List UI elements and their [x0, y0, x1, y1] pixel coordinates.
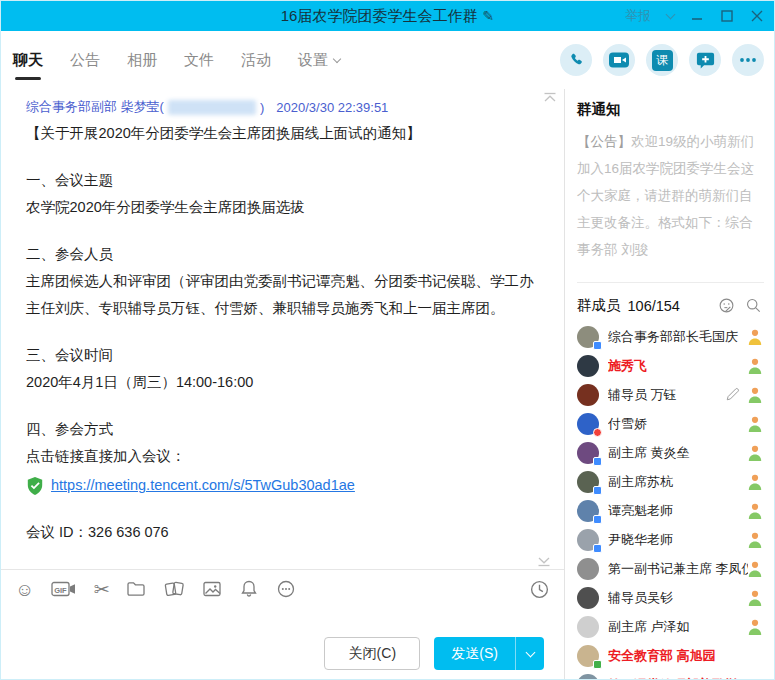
- more-tools-icon[interactable]: [276, 579, 296, 599]
- composer-footer: 关闭(C) 发送(S): [1, 634, 564, 680]
- group-notice-section[interactable]: 群通知 【公告】欢迎19级的小萌新们加入16届农学院团委学生会这个大家庭，请进群…: [577, 100, 764, 283]
- class-course-button[interactable]: 课: [646, 44, 678, 76]
- member-row[interactable]: 综合事务部部长毛国庆: [577, 322, 764, 351]
- member-row[interactable]: 辅导员 万钰: [577, 380, 764, 409]
- video-call-button[interactable]: [603, 44, 635, 76]
- send-chevron-down-icon: [525, 647, 535, 657]
- member-list: 综合事务部部长毛国庆 施秀飞 辅导员 万钰: [577, 322, 764, 680]
- voice-call-button[interactable]: [560, 44, 592, 76]
- mute-members-icon[interactable]: [718, 297, 735, 314]
- member-name: 副主席苏杭: [608, 473, 748, 491]
- member-row[interactable]: 辅导员吴钐: [577, 583, 764, 612]
- report-button[interactable]: 举报: [625, 7, 651, 25]
- member-avatar: [577, 471, 599, 493]
- member-level-person-icon: [748, 590, 762, 606]
- member-row[interactable]: 付雪娇: [577, 409, 764, 438]
- minimize-icon: [691, 10, 703, 22]
- member-row[interactable]: 副主席 黄炎垒: [577, 438, 764, 467]
- member-name: 副主席 卢泽如: [608, 618, 748, 636]
- member-avatar: [577, 355, 599, 377]
- send-options-button[interactable]: [515, 637, 544, 670]
- qq-group-chat-window: 16届农学院团委学生会工作群 ✎ 举报 聊天 公告 相册 文件 活动 设置: [0, 0, 775, 680]
- maximize-button[interactable]: [720, 6, 734, 26]
- member-name: 谭亮魁老师: [608, 502, 748, 520]
- scroll-to-top-button[interactable]: [542, 92, 558, 103]
- tab-activity[interactable]: 活动: [241, 31, 271, 89]
- status-badge: [593, 515, 602, 524]
- member-row[interactable]: 尹晓华老师: [577, 525, 764, 554]
- tab-settings-label: 设置: [298, 51, 328, 70]
- status-badge: [593, 341, 602, 350]
- member-name: 尹晓华老师: [608, 531, 748, 549]
- member-avatar: [577, 326, 599, 348]
- message-line: 四、参会方式: [26, 416, 538, 443]
- member-avatar: [577, 529, 599, 551]
- gif-icon[interactable]: GIF: [51, 580, 76, 598]
- member-name: 第一副书记兼主席 李凤仪: [608, 560, 748, 578]
- video-camera-icon: [608, 49, 630, 71]
- tab-bar: 聊天 公告 相册 文件 活动 设置 课: [1, 31, 774, 89]
- tab-album[interactable]: 相册: [127, 31, 157, 89]
- meeting-link[interactable]: https://meeting.tencent.com/s/5TwGub30ad…: [51, 472, 355, 499]
- send-button[interactable]: 发送(S): [434, 637, 544, 670]
- search-members-icon[interactable]: [745, 297, 762, 314]
- notice-tag: 【公告】: [577, 134, 631, 149]
- member-name: 综合事务部部长毛国庆: [608, 328, 748, 346]
- tab-chat[interactable]: 聊天: [13, 31, 43, 89]
- title-bar: 16届农学院团委学生会工作群 ✎ 举报: [1, 1, 774, 31]
- message-body: 【关于开展2020年分团委学生会主席团换届线上面试的通知】一、会议主题农学院20…: [26, 120, 538, 569]
- nudge-bell-icon[interactable]: [239, 579, 259, 599]
- phone-icon: [568, 52, 585, 69]
- tab-files[interactable]: 文件: [184, 31, 214, 89]
- image-icon[interactable]: [202, 579, 222, 599]
- send-button-label[interactable]: 发送(S): [434, 637, 515, 670]
- close-chat-button[interactable]: 关闭(C): [324, 637, 420, 670]
- member-name: 施秀飞: [608, 357, 748, 375]
- screenshot-scissors-icon[interactable]: ✂: [93, 580, 109, 599]
- member-row[interactable]: 副主席 卢泽如: [577, 612, 764, 641]
- member-name: 辅导员 万钰: [608, 386, 725, 404]
- message-timestamp: 2020/3/30 22:39:51: [276, 100, 388, 115]
- more-actions-button[interactable]: [732, 44, 764, 76]
- minimize-button[interactable]: [690, 6, 704, 26]
- member-avatar: [577, 674, 599, 680]
- member-row[interactable]: 第二课堂管理部姜酌悦: [577, 670, 764, 680]
- member-row[interactable]: 副主席苏杭: [577, 467, 764, 496]
- member-row[interactable]: 第一副书记兼主席 李凤仪: [577, 554, 764, 583]
- svg-text:GIF: GIF: [55, 586, 68, 595]
- chat-panel: 综合事务部副部 柴梦莹( ) 2020/3/30 22:39:51 【关于开展2…: [1, 89, 565, 680]
- members-header: 群成员 106/154: [577, 296, 762, 315]
- scroll-to-bottom-button[interactable]: [536, 556, 552, 567]
- tab-announcement-label: 公告: [70, 51, 100, 70]
- window-shake-icon[interactable]: [163, 579, 185, 599]
- edit-card-pencil-icon[interactable]: [725, 387, 740, 402]
- status-badge: [593, 428, 602, 437]
- tab-settings[interactable]: 设置: [298, 31, 340, 89]
- message-line: 一、会议主题: [26, 167, 538, 194]
- status-badge: [593, 457, 602, 466]
- settings-chevron-down-icon: [333, 55, 341, 63]
- titlebar-chevron-down-icon[interactable]: [666, 10, 676, 20]
- send-file-folder-icon[interactable]: [126, 579, 146, 599]
- member-name: 第二课堂管理部姜酌悦: [608, 676, 762, 680]
- edit-title-icon[interactable]: ✎: [482, 8, 494, 24]
- member-row[interactable]: 安全教育部 高旭园: [577, 641, 764, 670]
- members-title: 群成员: [577, 296, 621, 315]
- tab-announcement[interactable]: 公告: [70, 31, 100, 89]
- member-level-person-icon: [748, 329, 762, 345]
- member-row[interactable]: 谭亮魁老师: [577, 496, 764, 525]
- window-title: 16届农学院团委学生会工作群 ✎: [281, 7, 494, 26]
- group-notice-text: 【公告】欢迎19级的小萌新们加入16届农学院团委学生会这个大家庭，请进群的萌新们…: [577, 128, 764, 263]
- class-course-icon: 课: [652, 50, 673, 71]
- member-row[interactable]: 施秀飞: [577, 351, 764, 380]
- group-title-text: 16届农学院团委学生会工作群: [281, 7, 478, 26]
- message-history-clock-icon[interactable]: [529, 579, 550, 600]
- close-button[interactable]: [750, 6, 764, 26]
- status-badge: [593, 486, 602, 495]
- close-icon: [751, 10, 763, 22]
- create-group-chat-button[interactable]: [689, 44, 721, 76]
- message-history: 综合事务部副部 柴梦莹( ) 2020/3/30 22:39:51 【关于开展2…: [1, 89, 564, 569]
- message-input[interactable]: [1, 608, 564, 634]
- emoji-icon[interactable]: ☺: [15, 580, 34, 599]
- message-line: 会议 ID：326 636 076: [26, 519, 538, 546]
